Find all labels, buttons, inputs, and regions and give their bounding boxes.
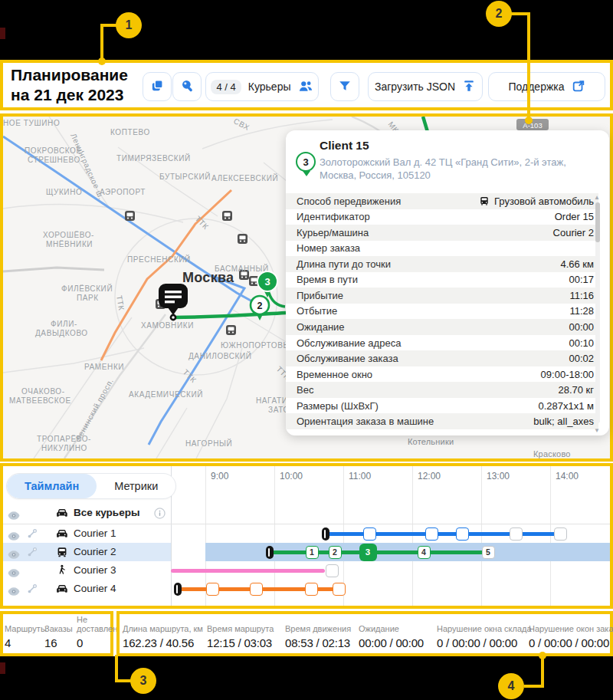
popup-row: Временное окно09:00-18:00 — [286, 366, 598, 383]
copy-routes-button[interactable] — [143, 72, 172, 101]
map-district-label: ХАМОВНИКИ — [141, 321, 194, 330]
stat-value: 162.23 / 40.56 — [123, 636, 203, 649]
callout-badge-3: 3 — [130, 668, 156, 694]
courier-row-all[interactable]: Все курьеры — [3, 502, 171, 524]
popup-row-label: Размеры (ШхВхГ) — [297, 400, 379, 412]
popup-row-label: Ориентация заказа в машине — [297, 416, 434, 427]
timeline-order-point[interactable] — [456, 527, 469, 541]
svg-text:3: 3 — [264, 276, 270, 288]
popup-row: Способ передвиженияГрузовой автомобиль — [286, 193, 598, 209]
map-district-label: НАГОРНЫЙ — [185, 439, 232, 448]
scroll-up-icon[interactable]: ▲ — [594, 195, 600, 201]
map-district-label: ХОРОШЁВО- — [43, 231, 94, 239]
route-icon[interactable] — [27, 583, 38, 597]
popup-row-label: Способ передвижения — [297, 196, 401, 207]
stat-label: Нарушение окон заказов — [529, 624, 613, 633]
stat-value: 00:00 / 00:00 — [359, 636, 424, 649]
car-icon — [56, 507, 68, 522]
eye-icon[interactable] — [8, 567, 20, 580]
map-section[interactable]: НОЕ ТУШИНОПОКРОВСКОЕ-СТРЕШНЕВОКОПТЕВОТИМ… — [0, 113, 613, 462]
popup-row: Размеры (ШхВхГ)0.287x1x1 м — [286, 398, 598, 414]
tab-metrics[interactable]: Метрики — [97, 474, 175, 498]
popup-row: Время в пути00:17 — [286, 272, 598, 288]
timeline-order-point[interactable] — [250, 583, 263, 596]
upload-json-label: Загрузить JSON — [375, 81, 455, 93]
popup-row-value: 00:00 — [569, 321, 594, 333]
eye-icon[interactable] — [8, 509, 20, 523]
couriers-button[interactable]: 4 / 4 Курьеры — [205, 72, 319, 101]
courier-row[interactable]: Courier 2 — [3, 543, 171, 561]
map-district-label: ЮЖНОПОРТОВЫЙ — [221, 340, 297, 350]
timeline-order-point[interactable]: 1 — [306, 546, 319, 559]
courier-row[interactable]: Courier 3 — [3, 561, 171, 580]
popup-row-label: Длина пути до точки — [297, 258, 391, 270]
timeline-order-point[interactable] — [425, 527, 438, 541]
popup-row-value: 28.70 кг — [558, 384, 594, 396]
map-district-label: ОЧАКОВО- — [21, 387, 65, 396]
page-title: Планирование на 21 дек 2023 — [11, 65, 128, 105]
map-district-label: ТИМИРЯЗЕВСКИЙ — [116, 153, 191, 163]
timeline-order-point[interactable] — [326, 564, 339, 577]
popup-row-value: 00:10 — [569, 337, 594, 349]
stat-value: 12:15 / 03:03 — [207, 636, 274, 649]
route-icon[interactable] — [27, 547, 38, 560]
timeline-order-point[interactable]: 4 — [418, 546, 431, 559]
order-popup: 3 Client 15 Золоторожский Вал д. 42 ТЦ «… — [286, 130, 609, 435]
stat-column: Время движения08:53 / 02:13 — [285, 624, 351, 649]
popup-row: Курьер/машинаCourier 2 — [286, 225, 598, 241]
train-station-icon — [238, 234, 247, 244]
popup-row-value: 0.287x1x1 м — [538, 400, 594, 412]
courier-row[interactable]: Courier 4 — [3, 580, 171, 598]
courier-name: Courier 1 — [74, 527, 116, 540]
timeline-order-point[interactable] — [333, 583, 346, 596]
popup-title: Client 15 — [320, 139, 369, 153]
upload-json-button[interactable]: Загрузить JSON — [368, 72, 483, 101]
header-section: Планирование на 21 дек 2023 4 / 4 Курьер… — [0, 60, 613, 110]
copy-icon — [150, 78, 165, 95]
popup-row-value: bulk; all_axes — [533, 416, 594, 427]
route-timeline-bar[interactable] — [171, 569, 325, 573]
popup-row-label: Прибытие — [297, 290, 343, 301]
popup-row: Номер заказа — [286, 241, 598, 257]
callout-2-dot — [525, 117, 533, 124]
tab-timeline[interactable]: Таймлайн — [7, 474, 97, 498]
timeline-order-point[interactable]: 2 — [329, 546, 342, 559]
timeline-order-point[interactable] — [305, 583, 318, 596]
map-district-label: КОПТЕВО — [110, 128, 150, 136]
popup-row-value: 4.66 км — [560, 258, 594, 270]
timeline-order-point[interactable]: 5 — [482, 546, 495, 559]
courier-name: Все курьеры — [74, 507, 139, 519]
callout-4-dot — [539, 652, 546, 659]
popup-scrollbar-thumb[interactable] — [595, 202, 600, 242]
timeline-hour-label: 10:00 — [280, 471, 303, 481]
route-timeline-bar[interactable] — [326, 532, 563, 536]
courier-row[interactable]: Courier 1 — [3, 524, 171, 543]
eye-icon[interactable] — [8, 585, 20, 599]
route-timeline-bar[interactable] — [270, 550, 488, 554]
route-icon[interactable] — [27, 528, 38, 542]
popup-row: Вес28.70 кг — [286, 382, 598, 398]
map-district-label: НОЕ ТУШИНО — [3, 119, 60, 127]
support-button[interactable]: Поддержка — [488, 72, 605, 101]
timeline-order-point[interactable]: 3 — [359, 544, 377, 561]
filter-button[interactable] — [330, 72, 359, 101]
scroll-down-icon[interactable]: ▼ — [594, 428, 600, 434]
timeline-order-point[interactable] — [554, 527, 567, 541]
stat-column: Маршруты4 — [5, 624, 47, 649]
popup-details-table: Способ передвиженияГрузовой автомобильИд… — [286, 193, 598, 429]
popup-row-label: Идентификатор — [297, 211, 370, 222]
info-icon[interactable] — [154, 508, 166, 522]
timeline-order-point[interactable] — [206, 583, 219, 596]
stat-value: 4 — [5, 636, 47, 649]
popup-row-value: Courier 2 — [553, 227, 594, 238]
stat-label: Время маршрута — [207, 624, 274, 633]
car-icon — [56, 583, 68, 598]
stat-value: 16 — [44, 636, 73, 649]
eye-icon[interactable] — [8, 530, 20, 544]
filter-icon — [338, 79, 352, 95]
eye-icon[interactable] — [8, 548, 20, 562]
timeline-tabs: Таймлайн Метрики — [6, 473, 176, 499]
timeline-order-point[interactable] — [363, 527, 376, 541]
search-button[interactable] — [172, 72, 202, 101]
timeline-order-point[interactable] — [510, 527, 523, 541]
